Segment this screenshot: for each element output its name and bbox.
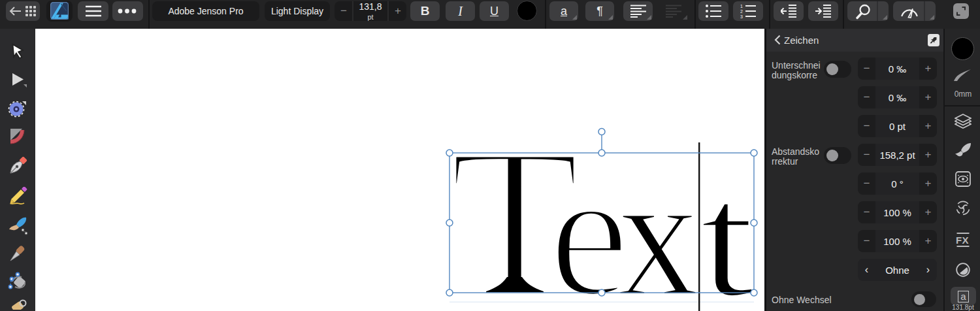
svg-text:t: t — [700, 148, 755, 311]
svg-text:X: X — [962, 235, 969, 246]
svg-text:3: 3 — [740, 14, 743, 19]
svg-text:2: 2 — [740, 9, 743, 14]
svg-text:1: 1 — [740, 4, 743, 8]
svg-text:F: F — [956, 235, 962, 246]
svg-text:x: x — [617, 139, 699, 311]
